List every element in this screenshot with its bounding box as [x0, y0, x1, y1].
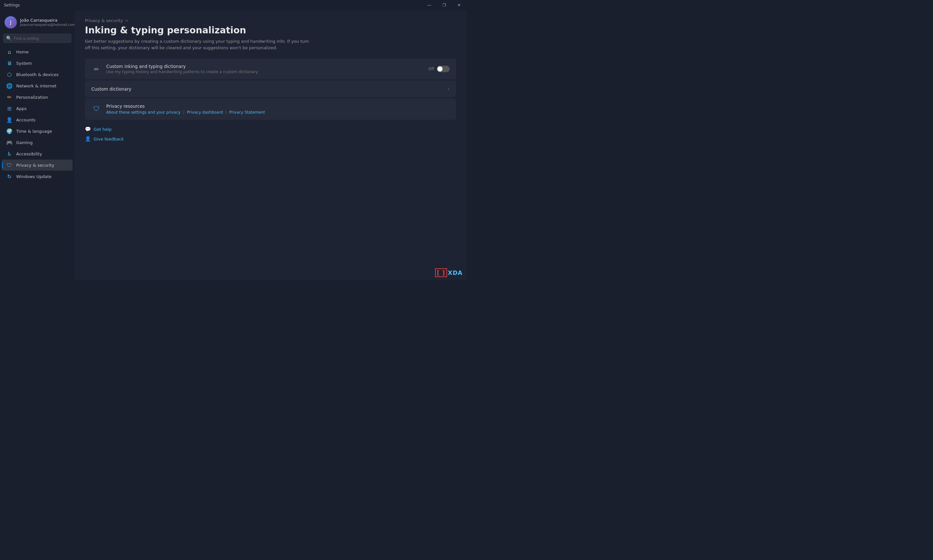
inking-toggle[interactable]: [437, 66, 450, 72]
windows_update-icon: ↻: [6, 174, 12, 179]
custom-dict-text: Custom dictionary: [91, 86, 443, 92]
nav-items: ⌂Home🖥System⬡Bluetooth & devices🌐Network…: [0, 46, 74, 277]
privacy-sep-2: |: [225, 110, 227, 115]
search-input[interactable]: [14, 36, 68, 41]
page-title: Inking & typing personalization: [85, 25, 456, 35]
sidebar-item-system[interactable]: 🖥System: [2, 58, 72, 69]
sidebar-item-gaming[interactable]: 🎮Gaming: [2, 137, 72, 148]
user-section[interactable]: J João Carrasqueira joaocarrasqueira@hot…: [0, 13, 74, 34]
get-help-text[interactable]: Get help: [94, 127, 111, 132]
accounts-icon: 👤: [6, 117, 12, 123]
toggle-label: Off: [428, 67, 434, 71]
about-settings-link[interactable]: About these settings and your privacy: [106, 110, 180, 115]
sidebar-label-windows_update: Windows Update: [16, 174, 51, 179]
sidebar-item-time[interactable]: 🌍Time & language: [2, 126, 72, 137]
privacy-dashboard-link[interactable]: Privacy dashboard: [187, 110, 223, 115]
give-feedback-text[interactable]: Give feedback: [94, 137, 124, 142]
sidebar-item-privacy[interactable]: 🛡Privacy & security: [2, 160, 72, 171]
sidebar-label-time: Time & language: [16, 129, 52, 134]
sidebar-label-personalization: Personalization: [16, 95, 48, 100]
privacy-content: Privacy resources About these settings a…: [106, 103, 450, 115]
custom-dict-name: Custom dictionary: [91, 86, 443, 92]
sidebar-item-network[interactable]: 🌐Network & internet: [2, 80, 72, 91]
breadcrumb-sep: >: [125, 18, 128, 23]
system-icon: 🖥: [6, 60, 12, 66]
get-help-icon: 💬: [85, 126, 91, 132]
privacy-icon: 🛡: [6, 162, 12, 168]
setting-control: Off: [428, 66, 450, 72]
inking-icon: ✏️: [91, 64, 102, 74]
privacy-statement-link[interactable]: Privacy Statement: [229, 110, 265, 115]
custom-inking-desc: Use my typing history and handwriting pa…: [106, 69, 424, 74]
sidebar-label-home: Home: [16, 49, 29, 54]
chevron-right-icon: ›: [448, 86, 450, 92]
bluetooth-icon: ⬡: [6, 72, 12, 77]
custom-inking-card: ✏️ Custom inking and typing dictionary U…: [85, 58, 456, 79]
search-box[interactable]: 🔍: [3, 34, 71, 43]
minimize-button[interactable]: —: [422, 0, 437, 10]
privacy-links: About these settings and your privacy | …: [106, 110, 450, 115]
close-button[interactable]: ✕: [452, 0, 467, 10]
privacy-resources-card: 🛡 Privacy resources About these settings…: [85, 98, 456, 120]
privacy-shield-icon: 🛡: [91, 103, 102, 114]
sidebar-item-accounts[interactable]: 👤Accounts: [2, 114, 72, 125]
custom-dictionary-card: Custom dictionary ›: [85, 81, 456, 97]
sidebar-item-accessibility[interactable]: ♿Accessibility: [2, 148, 72, 159]
network-icon: 🌐: [6, 83, 12, 89]
main-content: Privacy & security > Inking & typing per…: [74, 10, 467, 280]
breadcrumb: Privacy & security >: [85, 18, 456, 23]
custom-dictionary-row[interactable]: Custom dictionary ›: [85, 81, 456, 97]
dict-control: ›: [448, 86, 450, 92]
gaming-icon: 🎮: [6, 140, 12, 145]
sidebar-label-network: Network & internet: [16, 83, 56, 88]
app-container: J João Carrasqueira joaocarrasqueira@hot…: [0, 10, 467, 280]
restore-button[interactable]: ❐: [437, 0, 452, 10]
personalization-icon: ✏: [6, 94, 12, 100]
sidebar-label-bluetooth: Bluetooth & devices: [16, 72, 59, 77]
home-icon: ⌂: [6, 49, 12, 55]
user-email: joaocarrasqueira@hotmail.com: [20, 23, 76, 27]
sidebar-item-apps[interactable]: ⊞Apps: [2, 103, 72, 114]
sidebar-item-bluetooth[interactable]: ⬡Bluetooth & devices: [2, 69, 72, 80]
accessibility-icon: ♿: [6, 151, 12, 157]
sidebar-item-personalization[interactable]: ✏Personalization: [2, 92, 72, 103]
search-icon: 🔍: [6, 35, 12, 41]
time-icon: 🌍: [6, 128, 12, 134]
xda-watermark: [ ]XDA: [435, 269, 463, 276]
sidebar: J João Carrasqueira joaocarrasqueira@hot…: [0, 10, 74, 280]
custom-inking-row[interactable]: ✏️ Custom inking and typing dictionary U…: [85, 58, 456, 79]
custom-inking-name: Custom inking and typing dictionary: [106, 64, 424, 69]
sidebar-label-privacy: Privacy & security: [16, 163, 54, 168]
get-help-item[interactable]: 💬 Get help: [85, 125, 456, 133]
apps-icon: ⊞: [6, 106, 12, 111]
sidebar-item-home[interactable]: ⌂Home: [2, 46, 72, 57]
sidebar-label-accessibility: Accessibility: [16, 151, 42, 156]
privacy-resources-title: Privacy resources: [106, 103, 450, 109]
breadcrumb-parent[interactable]: Privacy & security: [85, 18, 123, 23]
sidebar-label-system: System: [16, 61, 32, 66]
user-info: João Carrasqueira joaocarrasqueira@hotma…: [20, 18, 76, 27]
user-name: João Carrasqueira: [20, 18, 76, 23]
titlebar-controls: — ❐ ✕: [422, 0, 467, 10]
sidebar-label-apps: Apps: [16, 106, 26, 111]
help-section: 💬 Get help 👤 Give feedback: [85, 125, 456, 143]
page-desc: Get better suggestions by creating a cus…: [85, 38, 312, 51]
privacy-sep-1: |: [183, 110, 184, 115]
setting-text: Custom inking and typing dictionary Use …: [106, 64, 424, 74]
sidebar-item-windows_update[interactable]: ↻Windows Update: [2, 171, 72, 182]
give-feedback-item[interactable]: 👤 Give feedback: [85, 135, 456, 143]
sidebar-label-gaming: Gaming: [16, 140, 33, 145]
give-feedback-icon: 👤: [85, 136, 91, 142]
titlebar-title: Settings: [4, 3, 20, 8]
titlebar: Settings — ❐ ✕: [0, 0, 467, 10]
sidebar-label-accounts: Accounts: [16, 117, 35, 122]
avatar: J: [5, 16, 17, 28]
